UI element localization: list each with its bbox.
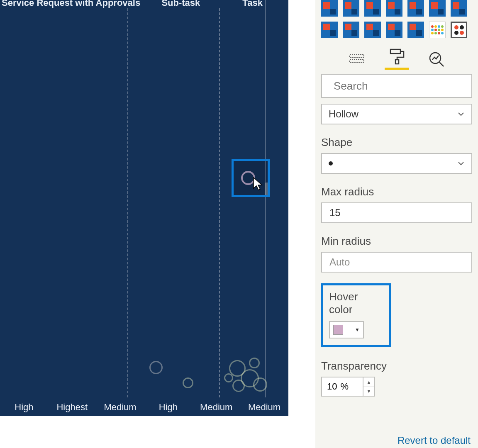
transparency-stepper[interactable]: 10 % ▲ ▼ (321, 377, 375, 397)
data-bubble[interactable] (253, 377, 267, 392)
x-label: Medium (240, 402, 288, 413)
viz-type-tile[interactable] (429, 22, 446, 38)
bee-swarm-icon (454, 25, 464, 35)
chart-canvas[interactable]: Service Request with Approvals Sub-task … (0, 0, 288, 416)
transparency-unit: % (340, 381, 349, 392)
max-radius-label: Max radius (321, 185, 472, 198)
data-bubble[interactable] (232, 380, 245, 392)
viz-type-tile[interactable] (451, 0, 467, 17)
transparency-label: Transparency (321, 360, 472, 373)
svg-rect-3 (395, 60, 399, 64)
stepper-down[interactable]: ▼ (363, 387, 374, 396)
data-bubble[interactable] (224, 373, 233, 382)
stepper-arrows: ▲ ▼ (363, 377, 374, 396)
tab-analytics[interactable] (424, 51, 449, 70)
chevron-down-icon (457, 110, 465, 118)
marker-style-dropdown[interactable]: Hollow (321, 104, 472, 124)
max-radius-field[interactable] (329, 207, 465, 219)
viz-type-tile[interactable] (386, 22, 402, 38)
chevron-down-icon (457, 160, 465, 167)
min-radius-label: Min radius (321, 235, 472, 248)
panel-tabs (321, 48, 472, 70)
transparency-value: 10 (327, 381, 337, 392)
viz-type-tile[interactable] (451, 22, 467, 38)
x-label: Medium (192, 402, 240, 413)
viz-type-tile[interactable] (429, 0, 446, 17)
hover-color-section: Hover color ▼ (321, 283, 391, 347)
tab-format[interactable] (385, 48, 409, 70)
viz-type-tile[interactable] (407, 22, 424, 38)
circle-shape-icon (329, 161, 333, 166)
shape-label: Shape (321, 136, 472, 149)
max-radius-input[interactable] (321, 202, 472, 223)
x-label: High (0, 402, 48, 413)
viz-type-tile[interactable] (343, 0, 359, 17)
min-radius-field[interactable] (329, 256, 465, 268)
data-bubble[interactable] (149, 361, 163, 374)
svg-rect-2 (390, 49, 400, 54)
viz-type-tile[interactable] (343, 22, 359, 38)
x-label: Medium (96, 402, 144, 413)
column-headers: Service Request with Approvals Sub-task … (0, 0, 288, 8)
viz-type-tile[interactable] (364, 0, 381, 17)
search-input[interactable] (333, 79, 469, 93)
x-label: High (144, 402, 192, 413)
viz-type-tile[interactable] (407, 0, 424, 17)
magnify-chart-icon (428, 51, 445, 68)
dots-icon (431, 25, 444, 34)
hover-ring-icon (241, 171, 255, 185)
col-header-2: Sub-task (145, 0, 217, 8)
gridline (219, 8, 220, 397)
selected-data-point[interactable] (232, 159, 270, 197)
stepper-up[interactable]: ▲ (363, 377, 374, 387)
svg-line-5 (439, 62, 444, 66)
col-header-1: Service Request with Approvals (0, 0, 145, 8)
shape-dropdown[interactable] (321, 153, 472, 174)
col-header-3: Task (217, 0, 288, 8)
x-label: Highest (48, 402, 96, 413)
x-axis-labels: High Highest Medium High Medium Medium (0, 402, 288, 413)
svg-rect-1 (350, 60, 364, 62)
format-search[interactable] (321, 74, 472, 98)
format-panel: Hollow Shape Max radius Min radius Hover… (315, 0, 478, 448)
viz-type-tile[interactable] (364, 22, 381, 38)
data-bubble[interactable] (183, 377, 193, 388)
hover-color-picker[interactable]: ▼ (329, 321, 364, 338)
visualization-gallery (321, 0, 472, 41)
fields-icon (348, 51, 366, 68)
dropdown-value: Hollow (329, 108, 358, 120)
viz-type-tile[interactable] (321, 22, 338, 38)
caret-down-icon: ▼ (355, 327, 360, 333)
revert-to-default-link[interactable]: Revert to default (398, 435, 471, 446)
tab-fields[interactable] (345, 51, 369, 70)
viz-type-tile[interactable] (321, 0, 338, 17)
hover-color-label: Hover color (329, 290, 383, 316)
gridline (127, 8, 128, 397)
color-swatch-icon (333, 325, 343, 335)
viz-type-tile[interactable] (386, 0, 402, 17)
paint-roller-icon (388, 48, 405, 65)
min-radius-input[interactable] (321, 252, 472, 273)
svg-rect-0 (350, 55, 364, 57)
data-bubble[interactable] (249, 358, 260, 368)
gridline-edge (265, 0, 266, 397)
